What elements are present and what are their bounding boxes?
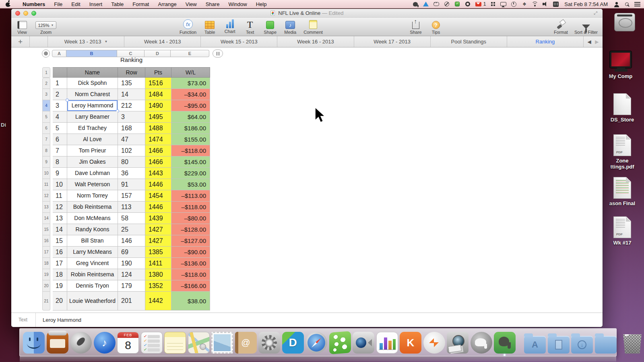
menu-insert[interactable]: Insert bbox=[89, 1, 103, 7]
cell-row[interactable]: 124 bbox=[118, 269, 145, 280]
row-number-gutter[interactable]: 20 bbox=[42, 280, 50, 292]
cell-row[interactable]: 14 bbox=[118, 89, 145, 100]
cell-row[interactable]: 135 bbox=[118, 78, 145, 89]
menu-arrange[interactable]: Arrange bbox=[158, 1, 176, 7]
menu-table[interactable]: Table bbox=[111, 1, 124, 7]
cell-rank[interactable]: 7 bbox=[53, 145, 67, 156]
table-row[interactable]: 5 4 Larry Beamer 3 1495 $64.00 bbox=[42, 111, 210, 123]
cell-row[interactable]: 58 bbox=[118, 213, 145, 224]
calendar-status-icon[interactable] bbox=[552, 1, 559, 7]
row-number-gutter[interactable]: 3 bbox=[42, 89, 50, 100]
cell-pts[interactable]: 1427 bbox=[145, 235, 171, 247]
row-number-gutter[interactable]: 8 bbox=[42, 145, 50, 156]
cell-pts[interactable]: 1446 bbox=[145, 202, 171, 213]
mail-dock-icon[interactable] bbox=[211, 332, 233, 354]
system-preferences-dock-icon[interactable] bbox=[258, 332, 280, 354]
cell-pts[interactable]: 1427 bbox=[145, 224, 171, 235]
desktop-icon-ds-store[interactable]: DS_Store bbox=[603, 93, 642, 123]
cell-row[interactable]: 146 bbox=[118, 235, 145, 247]
cell-rank[interactable]: 16 bbox=[53, 247, 67, 258]
cell-rank[interactable]: 3 bbox=[53, 100, 67, 111]
cell-wl[interactable]: $145.00 bbox=[171, 156, 210, 168]
table-row[interactable]: 6 5 Ed Trachey 168 1488 $186.00 bbox=[42, 123, 210, 134]
applications-folder-dock-icon[interactable]: A bbox=[524, 336, 546, 354]
row-number-gutter[interactable]: 21 bbox=[42, 292, 50, 311]
cell-name[interactable]: Ed Trachey bbox=[67, 123, 118, 134]
cell-row[interactable]: 113 bbox=[118, 202, 145, 213]
sheet-title[interactable]: Ranking bbox=[53, 56, 210, 63]
cell-row[interactable]: 36 bbox=[118, 168, 145, 179]
row-number-gutter[interactable]: 9 bbox=[42, 156, 50, 168]
table-row[interactable]: 9 8 Jim Oakes 80 1466 $145.00 bbox=[42, 156, 210, 168]
menu-view[interactable]: View bbox=[186, 1, 197, 7]
cell-rank[interactable]: 19 bbox=[53, 280, 67, 292]
cell-pts[interactable]: 1474 bbox=[145, 134, 171, 145]
tab-scroll-right-icon[interactable]: ▶ bbox=[595, 39, 599, 45]
cell-name[interactable]: Larry Beamer bbox=[67, 111, 118, 123]
cell-rank[interactable]: 2 bbox=[53, 89, 67, 100]
cell-pts[interactable]: 1446 bbox=[145, 179, 171, 190]
d-app-dock-icon[interactable]: D bbox=[282, 332, 304, 354]
cell-row[interactable]: 25 bbox=[118, 224, 145, 235]
cell-name[interactable]: Dave Lohman bbox=[67, 168, 118, 179]
cell-wl[interactable]: $155.00 bbox=[171, 134, 210, 145]
cell-pts[interactable]: 1380 bbox=[145, 269, 171, 280]
cell-name[interactable]: Jim Oakes bbox=[67, 156, 118, 168]
desktop-icon-season-final[interactable]: ason Final bbox=[603, 177, 642, 206]
header-wl[interactable]: W/L bbox=[171, 67, 210, 78]
reminders-dock-icon[interactable] bbox=[141, 332, 163, 354]
cell-pts[interactable]: 1352 bbox=[145, 280, 171, 292]
cell-rank[interactable]: 5 bbox=[53, 123, 67, 134]
menu-clock[interactable]: Sat Feb 8 7:54 AM bbox=[564, 1, 608, 7]
cell-rank[interactable]: 4 bbox=[53, 111, 67, 123]
itunes-dock-icon[interactable]: ♪ bbox=[94, 332, 116, 354]
desktop-icon-my-comp[interactable]: My Comp bbox=[601, 51, 640, 79]
sheet-tab-week17[interactable]: Week 17 - 2013 bbox=[354, 36, 431, 47]
volume-icon[interactable] bbox=[542, 1, 549, 7]
cell-name[interactable]: Al Love bbox=[67, 134, 118, 145]
marsedit-dock-icon[interactable] bbox=[471, 332, 492, 354]
table-handle-icon[interactable] bbox=[42, 49, 50, 58]
cell-wl[interactable]: $38.00 bbox=[171, 292, 210, 311]
pause-columns-icon[interactable] bbox=[213, 49, 223, 58]
chart-button[interactable]: Chart bbox=[223, 19, 237, 34]
cell-name[interactable]: Norm Charest bbox=[67, 89, 118, 100]
view-button[interactable]: View bbox=[15, 19, 29, 35]
cell-name[interactable]: Leroy Hammond bbox=[67, 100, 118, 111]
cell-name[interactable]: Bob Reintsema bbox=[67, 202, 118, 213]
green-box-status-icon[interactable] bbox=[454, 1, 461, 7]
cell-wl[interactable]: –$128.00 bbox=[171, 224, 210, 235]
table-row[interactable]: 14 13 Don McMeans 58 1439 –$80.00 bbox=[42, 213, 210, 224]
row-number-gutter[interactable]: 11 bbox=[42, 179, 50, 190]
cell-row[interactable]: 190 bbox=[118, 258, 145, 269]
row-number-gutter[interactable]: 17 bbox=[42, 247, 50, 258]
cell-rank[interactable]: 18 bbox=[53, 269, 67, 280]
cell-row[interactable]: 91 bbox=[118, 179, 145, 190]
cell-row[interactable]: 157 bbox=[118, 190, 145, 202]
cell-wl[interactable]: –$118.00 bbox=[171, 145, 210, 156]
sheet-tab-week13[interactable]: Week 13 - 2013▼ bbox=[48, 36, 124, 47]
evernote-status-icon[interactable] bbox=[412, 1, 419, 7]
cell-pts[interactable]: 1488 bbox=[145, 123, 171, 134]
airplay-icon[interactable] bbox=[500, 1, 507, 7]
row-number-gutter[interactable]: 14 bbox=[42, 213, 50, 224]
cell-wl[interactable]: –$34.00 bbox=[171, 89, 210, 100]
cell-rank[interactable]: 1 bbox=[53, 78, 67, 89]
generic-folder-dock-icon[interactable] bbox=[595, 336, 617, 354]
time-machine-icon[interactable] bbox=[510, 1, 517, 7]
cell-name[interactable]: Greg Vincent bbox=[67, 258, 118, 269]
cell-wl[interactable]: $64.00 bbox=[171, 111, 210, 123]
cell-pts[interactable]: 1466 bbox=[145, 156, 171, 168]
table-row[interactable]: 4 3 Leroy Hammond 212 1490 –$95.00 bbox=[42, 100, 210, 111]
sort-filter-button[interactable]: Sort & Filter bbox=[574, 19, 598, 35]
cell-wl[interactable]: –$118.00 bbox=[171, 269, 210, 280]
menu-window[interactable]: Window bbox=[228, 1, 247, 7]
jam-jar-app-dock-icon[interactable] bbox=[47, 332, 68, 354]
cell-name[interactable]: Dennis Tryon bbox=[67, 280, 118, 292]
row-number-gutter[interactable]: 5 bbox=[42, 111, 50, 123]
apple-menu-icon[interactable] bbox=[6, 1, 11, 7]
cell-pts[interactable]: 1442 bbox=[145, 292, 171, 311]
menu-numbers[interactable]: Numbers bbox=[23, 1, 45, 7]
bluetooth-icon[interactable]: ❖ bbox=[521, 1, 528, 7]
cell-rank[interactable]: 6 bbox=[53, 134, 67, 145]
